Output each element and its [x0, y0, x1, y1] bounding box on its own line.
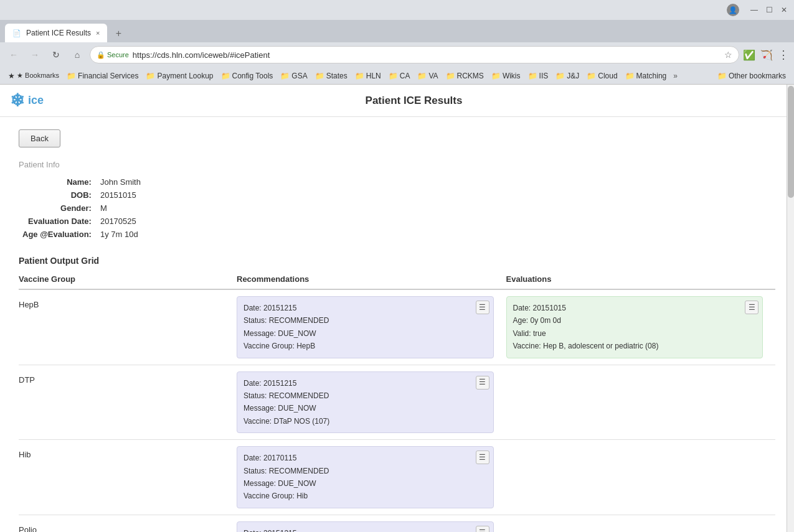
folder-icon: 📁 — [528, 72, 537, 80]
refresh-button[interactable]: ↻ — [47, 46, 65, 63]
dob-label: DOB: — [19, 189, 97, 202]
other-bookmarks-icon: 📁 — [717, 72, 727, 80]
bookmark-jj[interactable]: 📁 J&J — [552, 70, 582, 82]
folder-icon: 📁 — [280, 72, 290, 80]
folder-icon: 📁 — [446, 72, 455, 80]
folder-icon: 📁 — [355, 72, 364, 80]
tab-bar: 📄 Patient ICE Results × + — [0, 20, 794, 42]
recommendation-card-dtp: Date: 20151215 Status: RECOMMENDED Messa… — [237, 371, 494, 434]
bookmark-cloud[interactable]: 📁 Cloud — [584, 70, 620, 82]
bookmark-states[interactable]: 📁 States — [312, 70, 351, 82]
card-menu-button-hepb-rec[interactable]: ☰ — [476, 301, 489, 314]
profile-icon[interactable]: 👤 — [727, 4, 739, 16]
back-nav-button[interactable]: ← — [5, 46, 22, 63]
bookmark-financial-services[interactable]: 📁 Financial Services — [64, 70, 141, 82]
bookmark-gsa[interactable]: 📁 GSA — [277, 70, 310, 82]
minimize-button[interactable]: — — [749, 5, 759, 15]
bookmarks-bar: ★ ★ Bookmarks 📁 Financial Services 📁 Pay… — [0, 67, 794, 85]
card-menu-button-polio-rec[interactable]: ☰ — [476, 526, 489, 532]
bookmark-hln[interactable]: 📁 HLN — [352, 70, 384, 82]
rec-message: Message: DUE_NOW — [243, 327, 487, 340]
table-row: HepB Date: 20151215 Status: RECOMMENDED … — [19, 290, 775, 365]
address-bar-icons: ✅ 🏹 ⋮ — [743, 48, 789, 62]
back-arrow-icon: ← — [9, 50, 18, 60]
gender-label: Gender: — [19, 202, 97, 215]
grid-header: Vaccine Group Recommendations Evaluation… — [19, 272, 775, 290]
recommendation-dtp: Date: 20151215 Status: RECOMMENDED Messa… — [237, 371, 506, 434]
vaccine-group-hib: Hib — [19, 446, 237, 459]
eval-date-value: 20170525 — [97, 215, 144, 228]
star-icon[interactable]: ☆ — [724, 50, 732, 60]
age-at-eval-row: Age @Evaluation: 1y 7m 10d — [19, 228, 144, 241]
rec-date: Date: 20151215 — [243, 302, 487, 314]
address-url: https://cds.hln.com/iceweb/#icePatient — [133, 50, 721, 60]
browser-menu-button[interactable]: ⋮ — [778, 48, 789, 62]
vaccine-group-hepb: HepB — [19, 296, 237, 309]
table-row: Hib Date: 20170115 Status: RECOMMENDED M… — [19, 440, 775, 515]
active-tab[interactable]: 📄 Patient ICE Results × — [5, 24, 107, 42]
maximize-button[interactable]: ☐ — [764, 5, 774, 15]
table-row: DTP Date: 20151215 Status: RECOMMENDED M… — [19, 365, 775, 441]
eval-vaccine: Vaccine: Hep B, adolescent or pediatric … — [513, 340, 757, 352]
patient-name-row: Name: John Smith — [19, 175, 144, 189]
tab-close-button[interactable]: × — [96, 29, 100, 37]
bookmark-ca[interactable]: 📁 CA — [385, 70, 414, 82]
vaccine-group-polio: Polio — [19, 521, 237, 532]
folder-icon: 📁 — [146, 72, 155, 80]
recommendation-polio: Date: 20151215 Status: RECOMMENDED ☰ — [237, 521, 506, 532]
ice-logo: ❄ ice — [10, 90, 44, 111]
bookmark-config-tools[interactable]: 📁 Config Tools — [218, 70, 276, 82]
new-tab-button[interactable]: + — [110, 25, 127, 42]
folder-icon: 📁 — [555, 72, 565, 80]
folder-icon: 📁 — [625, 72, 635, 80]
vaccine-group-header: Vaccine Group — [19, 272, 237, 286]
home-button[interactable]: ⌂ — [69, 46, 86, 63]
folder-icon: 📁 — [315, 72, 324, 80]
scrollbar[interactable] — [787, 85, 794, 532]
recommendations-header: Recommendations — [237, 272, 506, 286]
bookmarks-star[interactable]: ★ ★ Bookmarks — [5, 70, 62, 82]
bookmark-payment-lookup[interactable]: 📁 Payment Lookup — [143, 70, 216, 82]
lock-icon: 🔒 — [97, 51, 105, 59]
rec-status: Status: RECOMMENDED — [243, 465, 487, 477]
title-bar: 👤 — ☐ ✕ — [0, 0, 794, 20]
scrollbar-thumb[interactable] — [788, 86, 794, 198]
more-bookmarks-button[interactable]: » — [671, 70, 680, 82]
folder-icon: 📁 — [417, 72, 427, 80]
table-row: Polio Date: 20151215 Status: RECOMMENDED… — [19, 515, 775, 532]
patient-info-section: Patient Info Name: John Smith DOB: 20151… — [19, 160, 775, 241]
back-button[interactable]: Back — [19, 129, 60, 147]
folder-icon: 📁 — [221, 72, 230, 80]
bookmark-rckms[interactable]: 📁 RCKMS — [443, 70, 487, 82]
evaluation-date-row: Evaluation Date: 20170525 — [19, 215, 144, 228]
name-value: John Smith — [97, 175, 144, 189]
rec-vaccine-group: Vaccine Group: HepB — [243, 340, 487, 352]
extension-icon-2[interactable]: 🏹 — [760, 49, 773, 61]
card-menu-button-dtp-rec[interactable]: ☰ — [476, 376, 489, 390]
bookmark-iis[interactable]: 📁 IIS — [525, 70, 552, 82]
other-bookmarks[interactable]: 📁 Other bookmarks — [714, 70, 789, 82]
bookmark-wikis[interactable]: 📁 Wikis — [488, 70, 524, 82]
page-content: ❄ ice Patient ICE Results Back Patient I… — [0, 85, 794, 532]
card-menu-button-hib-rec[interactable]: ☰ — [476, 450, 489, 464]
recommendation-hib: Date: 20170115 Status: RECOMMENDED Messa… — [237, 446, 506, 508]
folder-icon: 📁 — [587, 72, 596, 80]
rec-message: Message: DUE_NOW — [243, 402, 487, 414]
name-label: Name: — [19, 175, 97, 189]
patient-gender-row: Gender: M — [19, 202, 144, 215]
card-menu-button-hepb-eval[interactable]: ☰ — [745, 301, 759, 314]
address-input[interactable]: 🔒 Secure https://cds.hln.com/iceweb/#ice… — [90, 46, 739, 63]
rec-status: Status: RECOMMENDED — [243, 314, 487, 327]
rec-date: Date: 20170115 — [243, 452, 487, 464]
bookmark-matching[interactable]: 📁 Matching — [622, 70, 670, 82]
bookmark-va[interactable]: 📁 VA — [414, 70, 441, 82]
rec-status: Status: RECOMMENDED — [243, 390, 487, 402]
extension-icon-1[interactable]: ✅ — [743, 49, 755, 61]
forward-arrow-icon: → — [31, 50, 39, 60]
evaluation-hepb: Date: 20151015 Age: 0y 0m 0d Valid: true… — [506, 296, 776, 358]
forward-nav-button[interactable]: → — [26, 46, 44, 63]
evaluation-card-hepb: Date: 20151015 Age: 0y 0m 0d Valid: true… — [506, 296, 763, 358]
close-button[interactable]: ✕ — [779, 5, 789, 15]
rec-vaccine-group: Vaccine Group: Hib — [243, 490, 487, 502]
rec-message: Message: DUE_NOW — [243, 477, 487, 490]
